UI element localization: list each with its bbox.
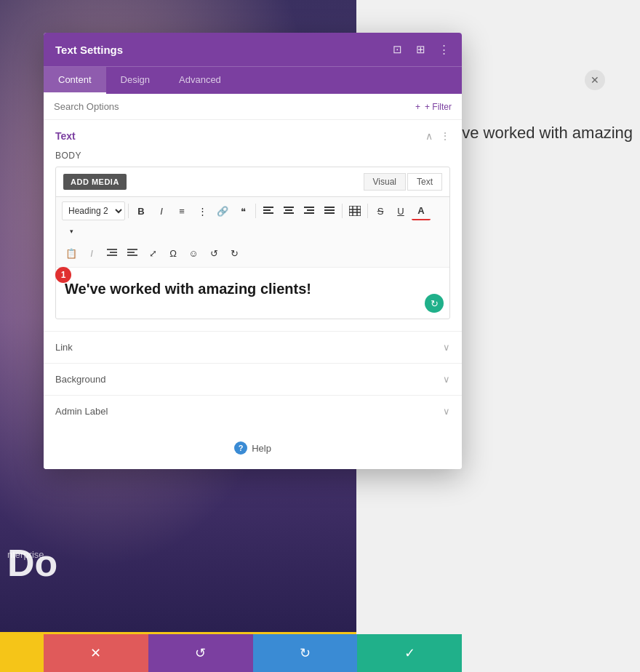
ordered-list-button[interactable]: ⋮ bbox=[193, 201, 212, 220]
svg-rect-7 bbox=[307, 209, 314, 211]
link-section[interactable]: Link ∨ bbox=[44, 331, 462, 363]
editor-container: ADD MEDIA Visual Text Heading 2 Heading … bbox=[55, 167, 450, 319]
italic2-button[interactable]: I bbox=[82, 244, 101, 263]
svg-rect-18 bbox=[110, 252, 117, 253]
text-section-title: Text bbox=[55, 130, 76, 142]
columns-icon[interactable]: ⊞ bbox=[414, 43, 427, 56]
search-bar: + + Filter bbox=[44, 94, 462, 120]
help-icon[interactable]: ? bbox=[234, 441, 247, 455]
bg-right-text: ve've worked with amazing bbox=[442, 124, 633, 143]
svg-rect-10 bbox=[324, 209, 335, 211]
editor-body[interactable]: 1 We've worked with amazing clients! ↻ bbox=[56, 268, 449, 319]
svg-rect-20 bbox=[127, 249, 137, 250]
panel-title: Text Settings bbox=[55, 44, 123, 56]
svg-rect-8 bbox=[304, 212, 314, 214]
svg-rect-4 bbox=[285, 209, 292, 211]
link-label: Link bbox=[55, 342, 73, 353]
cancel-icon: ✕ bbox=[90, 645, 101, 661]
text-color-chevron[interactable]: ▾ bbox=[62, 222, 81, 241]
background-chevron-icon: ∨ bbox=[443, 374, 450, 385]
svg-rect-0 bbox=[263, 207, 273, 208]
chevron-up-icon[interactable]: ∧ bbox=[425, 130, 433, 142]
heading-select[interactable]: Heading 2 Heading 1 Heading 3 Paragraph bbox=[62, 201, 125, 220]
tab-design[interactable]: Design bbox=[106, 67, 164, 94]
editor-top-bar: ADD MEDIA Visual Text bbox=[56, 167, 449, 197]
underline-button[interactable]: U bbox=[391, 201, 410, 220]
unordered-list-button[interactable]: ≡ bbox=[172, 201, 191, 220]
svg-rect-1 bbox=[263, 209, 271, 211]
close-panel-button[interactable]: ✕ bbox=[585, 70, 605, 90]
mode-visual-tab[interactable]: Visual bbox=[364, 173, 406, 191]
bold-button[interactable]: B bbox=[132, 201, 151, 220]
editor-mode-tabs: Visual Text bbox=[364, 173, 442, 191]
paste-button[interactable]: 📋 bbox=[62, 244, 81, 263]
align-right-button[interactable] bbox=[300, 201, 319, 220]
align-left-button[interactable] bbox=[259, 201, 278, 220]
svg-rect-2 bbox=[263, 212, 273, 214]
tab-content[interactable]: Content bbox=[44, 67, 106, 94]
toolbar-sep-2 bbox=[255, 204, 256, 218]
svg-rect-19 bbox=[107, 255, 117, 256]
cancel-button[interactable]: ✕ bbox=[44, 634, 148, 672]
indent-less-button[interactable] bbox=[123, 244, 142, 263]
help-section: ? Help bbox=[44, 427, 462, 469]
svg-rect-17 bbox=[107, 249, 117, 250]
undo-icon: ↺ bbox=[195, 645, 206, 661]
search-input[interactable] bbox=[54, 101, 415, 112]
header-icons: ⊡ ⊞ ⋮ bbox=[391, 43, 450, 56]
editor-refresh-icon[interactable]: ↻ bbox=[425, 294, 444, 313]
align-center-button[interactable] bbox=[279, 201, 298, 220]
fullscreen-button[interactable]: ⤢ bbox=[143, 244, 162, 263]
link-chevron-icon: ∨ bbox=[443, 342, 450, 353]
svg-rect-5 bbox=[284, 212, 294, 214]
background-label: Background bbox=[55, 374, 105, 385]
svg-rect-11 bbox=[324, 212, 335, 214]
body-label: Body bbox=[44, 148, 462, 167]
omega-button[interactable]: Ω bbox=[164, 244, 183, 263]
save-button[interactable]: ✓ bbox=[357, 634, 462, 672]
panel-content: + + Filter Text ∧ ⋮ Body ADD MEDIA Visua… bbox=[44, 94, 462, 469]
more-icon[interactable]: ⋮ bbox=[437, 43, 450, 56]
link-button[interactable]: 🔗 bbox=[213, 201, 232, 220]
svg-rect-3 bbox=[284, 207, 294, 208]
editor-number-badge: 1 bbox=[55, 267, 71, 283]
svg-rect-9 bbox=[324, 207, 335, 208]
background-section[interactable]: Background ∨ bbox=[44, 363, 462, 395]
redo-editor-button[interactable]: ↻ bbox=[225, 244, 244, 263]
tab-advanced[interactable]: Advanced bbox=[164, 67, 236, 94]
bg-sub-text: nterprise bbox=[7, 549, 44, 560]
editor-content-text[interactable]: We've worked with amazing clients! bbox=[65, 276, 441, 298]
emoji-button[interactable]: ☺ bbox=[184, 244, 203, 263]
filter-button[interactable]: + + Filter bbox=[415, 102, 452, 112]
text-color-button[interactable]: A bbox=[412, 201, 431, 220]
redo-button[interactable]: ↻ bbox=[253, 634, 358, 672]
blockquote-button[interactable]: ❝ bbox=[233, 201, 252, 220]
italic-button[interactable]: I bbox=[152, 201, 171, 220]
panel-header: Text Settings ⊡ ⊞ ⋮ bbox=[44, 33, 462, 66]
svg-rect-21 bbox=[127, 252, 135, 253]
toolbar-row-2: 📋 I ⤢ Ω ☺ ↺ ↻ bbox=[62, 244, 444, 263]
indent-more-button[interactable] bbox=[103, 244, 121, 263]
mode-text-tab[interactable]: Text bbox=[407, 173, 442, 191]
undo-editor-button[interactable]: ↺ bbox=[204, 244, 223, 263]
add-media-button[interactable]: ADD MEDIA bbox=[63, 174, 127, 190]
help-text[interactable]: Help bbox=[252, 443, 271, 454]
justify-button[interactable] bbox=[320, 201, 339, 220]
redo-icon: ↻ bbox=[300, 645, 311, 661]
admin-label-chevron-icon: ∨ bbox=[443, 406, 450, 417]
toolbar-row-1: Heading 2 Heading 1 Heading 3 Paragraph … bbox=[62, 201, 444, 241]
screen-icon[interactable]: ⊡ bbox=[391, 43, 404, 56]
filter-plus-icon: + bbox=[415, 102, 420, 112]
undo-button[interactable]: ↺ bbox=[148, 634, 253, 672]
save-icon: ✓ bbox=[404, 645, 415, 661]
svg-rect-12 bbox=[349, 206, 361, 216]
action-bar: ✕ ↺ ↻ ✓ bbox=[44, 634, 462, 672]
panel-tabs: Content Design Advanced bbox=[44, 66, 462, 94]
admin-label-section[interactable]: Admin Label ∨ bbox=[44, 395, 462, 427]
strikethrough-button[interactable]: S bbox=[371, 201, 390, 220]
admin-label: Admin Label bbox=[55, 406, 108, 417]
settings-panel: Text Settings ⊡ ⊞ ⋮ Content Design Advan… bbox=[44, 33, 462, 469]
section-more-icon[interactable]: ⋮ bbox=[440, 130, 450, 142]
table-button[interactable] bbox=[345, 201, 364, 220]
svg-rect-6 bbox=[304, 207, 314, 208]
